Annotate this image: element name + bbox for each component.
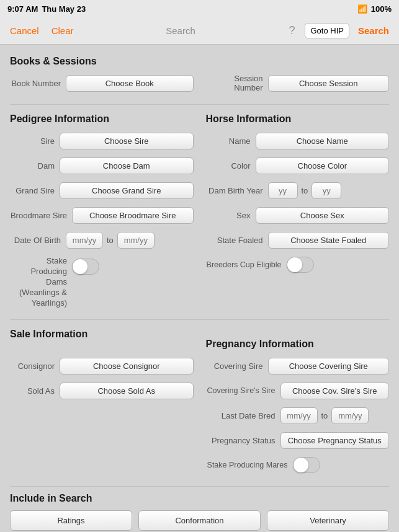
- choose-consignor-button[interactable]: Choose Consignor: [60, 358, 194, 375]
- stake-breeders-row: Stake ProducingDams(Weanlings &Yearlings…: [10, 255, 389, 313]
- divider-3: [10, 486, 389, 487]
- last-date-bred-to-input[interactable]: [331, 407, 369, 424]
- stake-mares-row: Stake Producing Mares: [10, 455, 389, 480]
- session-number-col: Session Number Choose Session: [200, 73, 390, 98]
- name-row: Name Choose Name: [206, 131, 390, 151]
- dob-statefoaled-row: Date Of Birth to State Foaled Choose Sta…: [10, 230, 389, 255]
- sale-pregnancy-headers: Sale Information Pregnancy Information: [10, 326, 389, 356]
- choose-color-button[interactable]: Choose Color: [256, 157, 390, 174]
- stake-producing-mares-row: Stake Producing Mares: [206, 455, 390, 475]
- choose-grand-sire-button[interactable]: Choose Grand Sire: [60, 182, 194, 199]
- dam-row: Dam Choose Dam: [10, 156, 194, 175]
- goto-hip-button[interactable]: Goto HIP: [305, 23, 349, 38]
- breeders-cup-toggle-wrap: [287, 257, 314, 273]
- dam-label: Dam: [10, 161, 60, 171]
- consignor-label: Consignor: [10, 361, 60, 371]
- dam-birth-year-from[interactable]: [268, 182, 298, 199]
- breeders-cup-row: Breeders Cup Eligible: [206, 255, 390, 275]
- pedigree-header: Pedigree Information: [10, 113, 194, 125]
- grandsire-dambirthyear-row: Grand Sire Choose Grand Sire Dam Birth Y…: [10, 180, 389, 205]
- stake-producing-dams-toggle[interactable]: [72, 259, 99, 275]
- last-date-bred-label: Last Date Bred: [206, 411, 280, 420]
- choose-sex-button[interactable]: Choose Sex: [256, 207, 390, 224]
- color-row: Color Choose Color: [206, 156, 390, 175]
- last-date-bred-row: Last Date Bred to: [206, 406, 390, 425]
- include-section: Include in Search Ratings Conformation V…: [10, 493, 389, 531]
- status-time: 9:07 AM: [7, 4, 38, 14]
- dam-birth-year-to-input[interactable]: [312, 182, 341, 199]
- choose-broodmare-sire-button[interactable]: Choose Broodmare Sire: [72, 207, 194, 224]
- choose-session-button[interactable]: Choose Session: [268, 75, 390, 92]
- session-number-label: Session Number: [206, 74, 268, 92]
- divider-1: [10, 104, 389, 105]
- sold-as-label: Sold As: [10, 386, 60, 396]
- choose-sire-button[interactable]: Choose Sire: [60, 133, 194, 149]
- choose-covering-sire-button[interactable]: Choose Covering Sire: [268, 358, 390, 375]
- pedigree-horse-headers: Pedigree Information Horse Information: [10, 111, 389, 131]
- dob-to-input[interactable]: [117, 232, 155, 249]
- pregnancy-header: Pregnancy Information: [206, 339, 314, 350]
- stake-producing-dams-label: Stake ProducingDams(Weanlings &Yearlings…: [10, 256, 72, 308]
- include-buttons: Ratings Conformation Veterinary: [10, 510, 389, 531]
- soldas-covsiressire-row: Sold As Choose Sold As Covering Sire's S…: [10, 381, 389, 406]
- ratings-button[interactable]: Ratings: [10, 510, 132, 531]
- stake-producing-dams-row: Stake ProducingDams(Weanlings &Yearlings…: [10, 255, 194, 308]
- choose-cov-sires-sire-button[interactable]: Choose Cov. Sire's Sire: [280, 383, 390, 399]
- covering-sires-sire-label: Covering Sire's Sire: [206, 386, 280, 395]
- conformation-button[interactable]: Conformation: [138, 510, 261, 531]
- choose-dam-button[interactable]: Choose Dam: [60, 157, 194, 174]
- search-button[interactable]: Search: [354, 23, 393, 38]
- dam-birth-year-label: Dam Birth Year: [206, 186, 268, 195]
- toolbar: Cancel Clear Search ? Goto HIP Search: [0, 17, 399, 45]
- sire-name-row: Sire Choose Sire Name Choose Name: [10, 131, 389, 156]
- choose-state-foaled-button[interactable]: Choose State Foaled: [268, 232, 390, 249]
- broodmare-sire-row: Broodmare Sire Choose Broodmare Sire: [10, 205, 194, 225]
- book-number-row: Book Number Choose Book: [10, 73, 194, 93]
- sold-as-row: Sold As Choose Sold As: [10, 381, 194, 401]
- last-date-bred-from[interactable]: [280, 407, 318, 424]
- book-number-col: Book Number Choose Book: [10, 73, 200, 98]
- include-header: Include in Search: [10, 493, 389, 504]
- cancel-button[interactable]: Cancel: [6, 23, 43, 38]
- breeders-cup-toggle[interactable]: [287, 257, 314, 273]
- choose-sold-as-button[interactable]: Choose Sold As: [60, 383, 194, 399]
- stake-producing-mares-toggle-wrap: [293, 457, 320, 473]
- sale-header: Sale Information: [10, 329, 194, 340]
- breeders-cup-knob: [287, 257, 302, 272]
- battery-status: 100%: [371, 4, 392, 14]
- choose-pregnancy-status-button[interactable]: Choose Pregnancy Status: [280, 432, 390, 449]
- date-of-birth-row: Date Of Birth to: [10, 230, 194, 250]
- color-label: Color: [206, 161, 256, 171]
- search-placeholder: Search: [83, 25, 279, 36]
- stake-producing-mares-toggle[interactable]: [293, 457, 320, 473]
- choose-name-button[interactable]: Choose Name: [256, 133, 390, 149]
- dob-from-input[interactable]: [66, 232, 103, 249]
- stake-mares-knob: [294, 458, 308, 472]
- books-sessions-header: Books & Sessions: [10, 56, 389, 67]
- veterinary-button[interactable]: Veterinary: [267, 510, 389, 531]
- status-bar: 9:07 AM Thu May 23 📶 100%: [0, 0, 399, 17]
- sire-label: Sire: [10, 136, 60, 146]
- sex-row: Sex Choose Sex: [206, 205, 390, 225]
- broodmare-sire-label: Broodmare Sire: [10, 211, 72, 220]
- breeders-cup-label: Breeders Cup Eligible: [206, 260, 287, 269]
- lastdatebred-row: Last Date Bred to: [10, 406, 389, 430]
- covering-sires-sire-row: Covering Sire's Sire Choose Cov. Sire's …: [206, 381, 390, 401]
- broodmare-sex-row: Broodmare Sire Choose Broodmare Sire Sex…: [10, 205, 389, 230]
- consignor-coveringsire-row: Consignor Choose Consignor Covering Sire…: [10, 356, 389, 381]
- grand-sire-label: Grand Sire: [10, 186, 60, 195]
- dob-to-label: to: [103, 236, 117, 245]
- choose-book-button[interactable]: Choose Book: [66, 75, 194, 92]
- state-foaled-label: State Foaled: [206, 236, 268, 245]
- name-label: Name: [206, 136, 256, 146]
- clear-button[interactable]: Clear: [48, 23, 78, 38]
- sex-label: Sex: [206, 211, 256, 220]
- pregnancy-status-field-row: Pregnancy Status Choose Pregnancy Status: [206, 430, 390, 450]
- consignor-row: Consignor Choose Consignor: [10, 356, 194, 376]
- pregnancy-status-label: Pregnancy Status: [206, 436, 280, 445]
- book-number-label: Book Number: [10, 79, 66, 88]
- main-content: Books & Sessions Book Number Choose Book…: [0, 45, 399, 532]
- help-button[interactable]: ?: [284, 22, 300, 40]
- stake-producing-mares-label: Stake Producing Mares: [206, 461, 293, 469]
- books-sessions-row: Book Number Choose Book Session Number C…: [10, 73, 389, 98]
